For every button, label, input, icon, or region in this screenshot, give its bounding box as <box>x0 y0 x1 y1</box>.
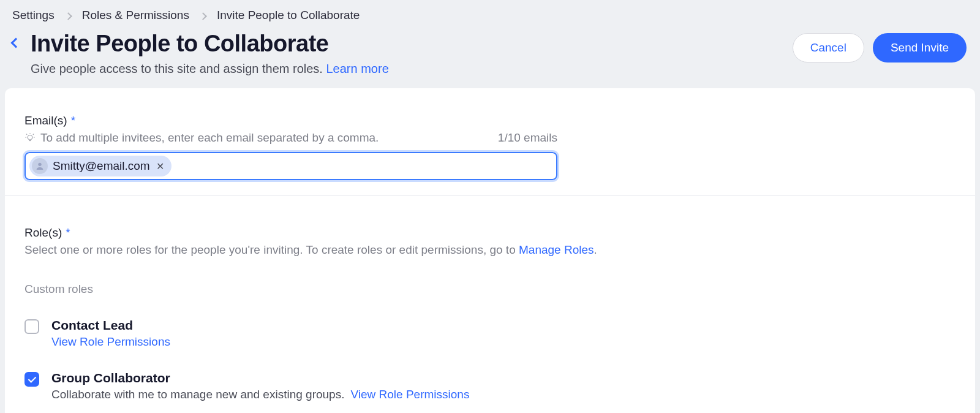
back-button[interactable] <box>11 38 21 48</box>
learn-more-link[interactable]: Learn more <box>326 62 388 75</box>
email-tag: Smitty@email.com ✕ <box>29 156 172 176</box>
form-card: Email(s) * <box>5 88 975 413</box>
emails-section: Email(s) * <box>24 114 956 180</box>
check-icon <box>28 374 36 382</box>
role-checkbox-contact-lead[interactable] <box>24 319 39 334</box>
role-row-group-collaborator: Group Collaborator Collaborate with me t… <box>24 371 956 401</box>
breadcrumb-settings[interactable]: Settings <box>12 9 55 22</box>
svg-line-6 <box>33 134 34 135</box>
role-checkbox-group-collaborator[interactable] <box>24 372 39 387</box>
chevron-right-icon <box>199 12 207 20</box>
page-title: Invite People to Collaborate <box>31 31 389 57</box>
send-invite-button[interactable]: Send Invite <box>873 33 967 63</box>
role-name: Contact Lead <box>51 318 170 333</box>
role-name: Group Collaborator <box>51 371 469 385</box>
cancel-button[interactable]: Cancel <box>793 33 864 63</box>
breadcrumb-roles-permissions[interactable]: Roles & Permissions <box>82 9 189 22</box>
manage-roles-link[interactable]: Manage Roles <box>519 243 594 256</box>
email-tag-text: Smitty@email.com <box>53 159 150 173</box>
page-header: Invite People to Collaborate Give people… <box>0 28 980 88</box>
roles-section: Role(s) * Select one or more roles for t… <box>24 226 956 401</box>
header-actions: Cancel Send Invite <box>793 33 967 63</box>
svg-line-5 <box>26 134 27 135</box>
emails-count: 1/10 emails <box>498 131 557 145</box>
emails-input[interactable]: Smitty@email.com ✕ <box>24 152 557 180</box>
roles-help: Select one or more roles for the people … <box>24 243 956 257</box>
roles-help-text: Select one or more roles for the people … <box>24 243 519 256</box>
roles-label: Role(s) <box>24 226 62 240</box>
view-role-permissions-link[interactable]: View Role Permissions <box>51 335 170 349</box>
emails-hint: To add multiple invitees, enter each ema… <box>40 131 379 145</box>
breadcrumb-current: Invite People to Collaborate <box>217 9 360 22</box>
view-role-permissions-link[interactable]: View Role Permissions <box>350 388 469 401</box>
subtitle-text: Give people access to this site and assi… <box>31 62 326 75</box>
section-divider <box>5 195 975 195</box>
emails-text-input[interactable] <box>175 159 552 173</box>
role-description: Collaborate with me to manage new and ex… <box>51 388 344 401</box>
svg-point-0 <box>28 135 32 140</box>
avatar-icon <box>32 158 48 174</box>
remove-email-icon[interactable]: ✕ <box>155 161 165 172</box>
roles-help-suffix: . <box>594 243 597 256</box>
custom-roles-heading: Custom roles <box>24 282 956 296</box>
page-subtitle: Give people access to this site and assi… <box>31 62 389 76</box>
role-row-contact-lead: Contact Lead View Role Permissions <box>24 318 956 349</box>
lightbulb-icon <box>24 132 36 143</box>
svg-point-7 <box>38 163 41 166</box>
required-star: * <box>71 114 75 127</box>
emails-label: Email(s) <box>24 114 67 127</box>
chevron-right-icon <box>64 12 72 20</box>
required-star: * <box>66 226 70 240</box>
breadcrumb: Settings Roles & Permissions Invite Peop… <box>0 0 980 28</box>
